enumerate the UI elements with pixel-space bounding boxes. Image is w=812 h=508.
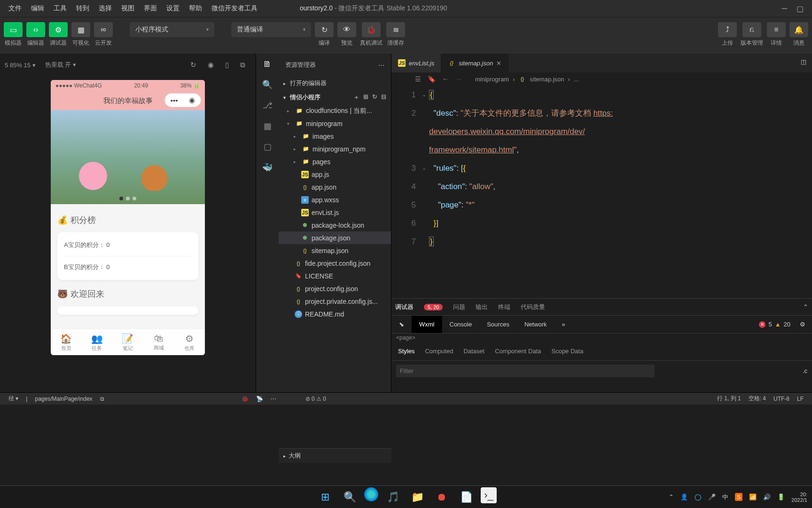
tab-notes[interactable]: 📝笔记 (112, 329, 143, 355)
tray-mic[interactable]: 🎤 (708, 493, 716, 500)
bookmark-icon[interactable]: 🔖 (428, 75, 436, 83)
new-folder-icon[interactable]: ⊞ (363, 93, 368, 102)
cloud-button[interactable]: ∞云开发 (94, 22, 113, 47)
more-icon[interactable]: ⋯ (378, 62, 384, 69)
inspect-icon[interactable]: ⬊ (391, 316, 412, 333)
notepad-app[interactable]: 📄 (456, 487, 476, 507)
tray-chevron[interactable]: ⌃ (669, 493, 674, 500)
popout-icon[interactable]: ⧉ (240, 61, 245, 69)
capsule-button[interactable]: •••◉ (164, 93, 201, 107)
chevron-up-icon[interactable]: ⌃ (803, 303, 808, 310)
outline-section[interactable]: ▸大纲 (279, 448, 391, 463)
editor-button[interactable]: ‹›编辑器 (26, 22, 45, 47)
debugger-button[interactable]: ⚙调试器 (49, 22, 68, 47)
status-eol[interactable]: LF (797, 396, 804, 402)
new-file-icon[interactable]: ＋ (353, 93, 359, 102)
refresh-tree-icon[interactable]: ↻ (372, 93, 377, 102)
devtab-terminal[interactable]: 终端 (498, 303, 510, 311)
tree-item[interactable]: {}project.config.json (279, 282, 391, 295)
real-debug-button[interactable]: 🐞真机调试 (360, 22, 383, 47)
tree-item[interactable]: 🔖LICENSE (279, 270, 391, 282)
extensions-icon[interactable]: ▦ (264, 121, 272, 131)
music-app[interactable]: 🎵 (383, 487, 403, 507)
tree-item[interactable]: {}sitemap.json (279, 244, 391, 257)
tree-item[interactable]: ⬢package.json (279, 231, 391, 244)
tree-item[interactable]: JSapp.js (279, 168, 391, 181)
menu-view[interactable]: 视图 (117, 4, 139, 13)
tree-item[interactable]: ▾📁miniprogram (279, 117, 391, 130)
forward-icon[interactable]: → (455, 75, 462, 83)
docker-icon[interactable]: 🐳 (262, 162, 273, 173)
maximize-icon[interactable]: ▢ (796, 4, 804, 13)
close-icon[interactable]: ✕ (496, 60, 501, 67)
project-section[interactable]: ▾情侣小程序 ＋⊞↻⊟ (279, 90, 391, 104)
terminal-app[interactable]: ›_ (481, 487, 497, 503)
styles-tab[interactable]: Styles (398, 348, 414, 355)
open-editors-section[interactable]: ▸打开的编辑器 (279, 76, 391, 90)
tray-sogou[interactable]: S (735, 493, 743, 501)
crumb-file[interactable]: sitemap.json (530, 76, 564, 83)
subtab-sources[interactable]: Sources (479, 316, 517, 333)
tree-item[interactable]: ▸📁images (279, 130, 391, 143)
computed-tab[interactable]: Computed (425, 348, 453, 355)
scopedata-tab[interactable]: Scope Data (551, 348, 583, 355)
version-button[interactable]: ⎌版本管理 (741, 22, 763, 47)
tray-clock[interactable]: 20:2022/1 (791, 492, 807, 503)
simulator-button[interactable]: ▭模拟器 (4, 22, 23, 47)
upload-button[interactable]: ⤴上传 (718, 22, 737, 47)
stop-icon[interactable]: ◉ (208, 61, 214, 69)
tab-storage[interactable]: ⚙仓库 (174, 329, 205, 355)
status-encoding[interactable]: UTF-8 (773, 396, 789, 402)
styles-filter[interactable] (396, 365, 655, 377)
status-pos[interactable]: 行 1, 列 1 (717, 395, 741, 403)
tray-battery[interactable]: 🔋 (777, 493, 785, 500)
menu-settings[interactable]: 设置 (162, 4, 184, 13)
tab-envlist[interactable]: JSenvList.js (391, 54, 441, 72)
tab-sitemap[interactable]: {}sitemap.json✕ (441, 54, 508, 72)
tree-item[interactable]: ▸📁pages (279, 155, 391, 168)
search-icon[interactable]: 🔍 (262, 79, 273, 90)
subtab-wxml[interactable]: Wxml (412, 316, 442, 333)
compile-select[interactable]: 普通编译 (231, 22, 311, 37)
refresh-icon[interactable]: ↻ (190, 61, 196, 69)
code-area[interactable]: 1⌄2 3⌄4567 { "desc": "关于本文件的更多信息，请参考文档 h… (391, 86, 812, 298)
status-problems[interactable]: ⊘ 0 ⚠ 0 (305, 396, 326, 402)
tray-wifi[interactable]: 📶 (749, 493, 757, 500)
tree-item[interactable]: JSenvList.js (279, 206, 391, 219)
subtab-more[interactable]: » (554, 316, 573, 333)
device-icon[interactable]: ▯ (225, 61, 229, 69)
crumb-folder[interactable]: miniprogram (475, 76, 509, 83)
menu-wxdevtools[interactable]: 微信开发者工具 (207, 4, 262, 13)
tray-cortana[interactable]: ◯ (695, 493, 702, 500)
tree-item[interactable]: ▸📁cloudfunctions | 当前... (279, 104, 391, 117)
radio-icon[interactable]: 📡 (256, 396, 263, 402)
split-icon[interactable]: ◫ (795, 54, 812, 72)
devtab-problems[interactable]: 问题 (453, 303, 465, 311)
menu-interface[interactable]: 界面 (139, 4, 162, 13)
box-icon[interactable]: ▢ (264, 142, 272, 152)
tree-item[interactable]: {}app.json (279, 181, 391, 193)
compdata-tab[interactable]: Component Data (495, 348, 541, 355)
menu-goto[interactable]: 转到 (71, 4, 94, 13)
cls-label[interactable]: .c (803, 367, 807, 374)
bug-icon[interactable]: 🐞 (242, 396, 249, 402)
menu-help[interactable]: 帮助 (184, 4, 207, 13)
subtab-console[interactable]: Console (442, 316, 480, 333)
tree-item[interactable]: ⬢package-lock.json (279, 219, 391, 231)
minimize-icon[interactable]: ─ (782, 4, 787, 13)
subtab-network[interactable]: Network (517, 316, 554, 333)
preview-button[interactable]: 👁预览 (337, 22, 356, 47)
devtab-output[interactable]: 输出 (476, 303, 488, 311)
copy-icon[interactable]: ⧉ (100, 396, 104, 402)
crumb-more[interactable]: ... (574, 76, 579, 83)
tray-avatar[interactable]: 👤 (680, 493, 688, 500)
status-path[interactable]: pages/MainPage/index (35, 396, 92, 402)
status-path-pre[interactable]: 径 ▾ (8, 395, 18, 403)
code-content[interactable]: { "desc": "关于本文件的更多信息，请参考文档 https: devel… (429, 86, 812, 298)
menu-select[interactable]: 选择 (94, 4, 117, 13)
compile-button[interactable]: ↻编译 (315, 22, 334, 47)
menu-tools[interactable]: 工具 (49, 4, 71, 13)
tree-item[interactable]: ≡app.wxss (279, 193, 391, 206)
git-icon[interactable]: ⎇ (263, 100, 273, 111)
tray-sound[interactable]: 🔊 (763, 493, 771, 500)
